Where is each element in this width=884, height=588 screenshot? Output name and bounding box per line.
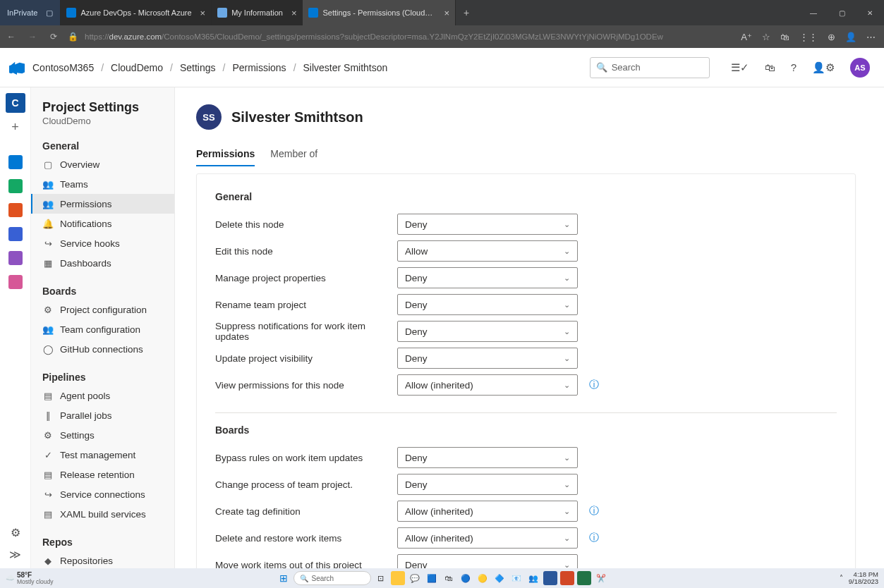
breadcrumb: ContosoM365 / CloudDemo / Settings / Per… [32,62,387,73]
rail-add-icon[interactable]: + [6,117,25,137]
excel-icon[interactable] [577,571,591,585]
rail-settings-icon[interactable]: ⚙ [11,526,20,539]
explorer-icon[interactable] [391,571,405,585]
cart-icon[interactable]: 🛍 [780,32,789,42]
sidebar-item-release-retention[interactable]: ▤Release retention [31,465,174,484]
marketplace-icon[interactable]: 🛍 [765,61,775,73]
maximize-button[interactable]: ▢ [828,0,856,25]
sidebar-item-xaml-build-services[interactable]: ▤XAML build services [31,504,174,524]
tab-close-icon[interactable]: × [200,8,206,18]
collections-icon[interactable]: ⊕ [828,32,835,42]
rail-boards-icon[interactable] [6,176,25,196]
perm-select[interactable]: Deny⌄ [397,214,578,235]
rail-artifacts-icon[interactable] [6,272,25,292]
close-window-button[interactable]: ✕ [856,0,884,25]
rail-project[interactable]: C [6,93,25,113]
breadcrumb-project[interactable]: CloudDemo [111,62,163,73]
chat-icon[interactable]: 💬 [408,571,422,585]
perm-select[interactable]: Deny⌄ [397,321,578,342]
teams-icon[interactable]: 👥 [526,571,540,585]
breadcrumb-permissions[interactable]: Permissions [232,62,286,73]
perm-select[interactable]: Allow (inherited)⌄ [397,527,578,549]
sidebar-item-agent-pools[interactable]: ▤Agent pools [31,386,174,405]
powerpoint-icon[interactable] [560,571,574,585]
help-icon[interactable]: ? [791,61,797,73]
user-avatar[interactable]: AS [850,58,870,78]
rail-overview-icon[interactable] [6,152,25,172]
work-items-icon[interactable]: ☰✓ [731,61,749,74]
start-button[interactable]: ⊞ [277,571,291,585]
sidebar-item-overview[interactable]: ▢Overview [31,154,174,174]
tab-close-icon[interactable]: × [444,8,449,18]
perm-select[interactable]: Allow (inherited)⌄ [397,374,578,396]
sidebar-item-permissions[interactable]: 👥Permissions [31,194,174,214]
info-icon[interactable]: ⓘ [589,532,599,544]
sidebar-item-project-configuration[interactable]: ⚙Project configuration [31,300,174,319]
back-button[interactable]: ← [4,32,18,42]
breadcrumb-user[interactable]: Silvester Smithtson [303,62,388,73]
sidebar-item-service-connections[interactable]: ↪Service connections [31,484,174,504]
perm-select[interactable]: Deny⌄ [397,348,578,369]
tray-chevron-icon[interactable]: ˄ [840,575,843,582]
word-icon[interactable] [543,571,557,585]
sidebar-item-notifications[interactable]: 🔔Notifications [31,214,174,233]
sidebar-item-service-hooks[interactable]: ↪Service hooks [31,233,174,253]
user-settings-icon[interactable]: 👤⚙ [812,61,835,74]
weather-widget[interactable]: ☁️ 58°F Mostly cloudy [6,572,54,585]
copilot-icon[interactable]: 🟦 [425,571,439,585]
forward-button[interactable]: → [25,32,40,42]
breadcrumb-settings[interactable]: Settings [180,62,216,73]
refresh-button[interactable]: ⟳ [47,32,61,42]
perm-select[interactable]: Allow (inherited)⌄ [397,501,578,522]
info-icon[interactable]: ⓘ [589,379,599,391]
sidebar-item-repositories[interactable]: ◆Repositories [31,551,174,568]
sidebar-item-parallel-jobs[interactable]: ‖Parallel jobs [31,405,174,425]
sidebar-item-settings[interactable]: ⚙Settings [31,425,174,445]
rail-pipelines-icon[interactable] [6,224,25,244]
sidebar-item-teams[interactable]: 👥Teams [31,174,174,194]
sidebar-item-test-management[interactable]: ✓Test management [31,445,174,465]
new-tab-button[interactable]: + [456,0,477,25]
profile-icon[interactable]: 👤 [845,32,856,42]
perm-select[interactable]: Deny⌄ [397,554,578,568]
outlook-icon[interactable]: 📧 [509,571,523,585]
sidebar-item-dashboards[interactable]: ▦Dashboards [31,253,174,273]
search-input[interactable]: 🔍 Search [590,57,710,78]
perm-select[interactable]: Deny⌄ [397,447,578,468]
rail-testplans-icon[interactable] [6,248,25,268]
tab-permissions[interactable]: Permissions [196,142,255,166]
perm-select[interactable]: Deny⌄ [397,294,578,315]
rail-collapse-icon[interactable]: ≫ [9,548,21,561]
minimize-button[interactable]: — [799,0,828,25]
tab-member-of[interactable]: Member of [270,142,317,166]
breadcrumb-sep: / [222,62,225,73]
tab-title: My Information [231,8,283,17]
browser-tab[interactable]: Azure DevOps - Microsoft Azure × [61,0,212,25]
edge2-icon[interactable]: 🔷 [492,571,507,585]
perm-select[interactable]: Deny⌄ [397,267,578,288]
perm-label: Delete this node [215,219,389,230]
ado-logo-icon[interactable] [8,59,25,76]
tab-close-icon[interactable]: × [291,8,297,18]
store-icon[interactable]: 🛍 [442,571,456,585]
breadcrumb-org[interactable]: ContosoM365 [32,62,94,73]
sidebar-item-team-configuration[interactable]: 👥Team configuration [31,319,174,339]
url-display[interactable]: https://dev.azure.com/ContosoM365/CloudD… [85,32,734,41]
task-view-icon[interactable]: ⊡ [374,571,388,585]
browser-tab[interactable]: My Information × [212,0,303,25]
sidebar-item-label: Overview [60,159,99,170]
snip-icon[interactable]: ✂️ [594,571,608,585]
rail-repos-icon[interactable] [6,200,25,220]
taskbar-search[interactable]: 🔍 Search [293,571,371,585]
read-aloud-icon[interactable]: A⁺ [741,32,752,42]
more-icon[interactable]: ⋯ [866,32,876,42]
extensions-icon[interactable]: ⋮⋮ [799,32,818,42]
info-icon[interactable]: ⓘ [589,505,599,517]
sidebar-item-github-connections[interactable]: ◯GitHub connections [31,339,174,359]
favorites-icon[interactable]: ☆ [762,32,770,42]
chrome-icon[interactable]: 🟡 [476,571,490,585]
perm-select[interactable]: Deny⌄ [397,474,578,495]
perm-select[interactable]: Allow⌄ [397,240,578,262]
browser-tab-active[interactable]: Settings - Permissions (CloudDe... × [303,0,456,25]
edge-icon[interactable]: 🔵 [459,571,473,585]
